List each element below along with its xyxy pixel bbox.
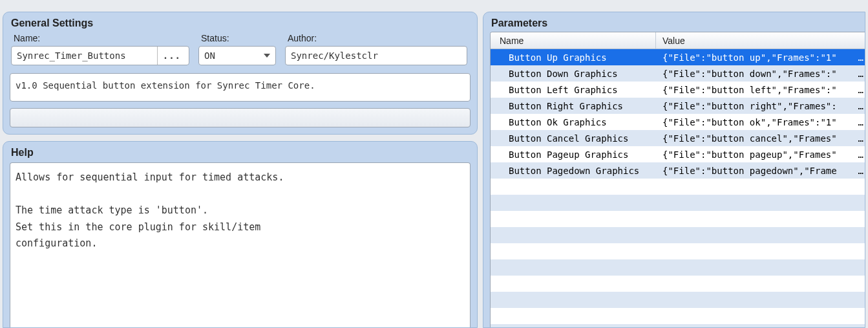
param-name: Button Cancel Graphics <box>491 133 656 144</box>
status-select[interactable]: ON <box>198 46 276 65</box>
general-settings-panel: General Settings Name: Synrec_Timer_Butt… <box>3 12 478 135</box>
param-value: {"File":"button_pageup","Frames"… <box>656 149 865 160</box>
table-header: Name Value <box>491 32 865 49</box>
status-value: ON <box>204 50 215 61</box>
ellipsis-icon: … <box>858 133 863 144</box>
author-input[interactable]: Synrec/Kylestclr <box>285 46 467 65</box>
table-row[interactable]: Button Cancel Graphics{"File":"button_ca… <box>491 130 865 146</box>
extra-field[interactable] <box>10 108 471 127</box>
param-value: {"File":"button_cancel","Frames"… <box>656 133 865 144</box>
description-text: v1.0 Sequential button extension for Syn… <box>16 80 315 91</box>
table-row-empty <box>491 211 865 227</box>
table-row-empty <box>491 243 865 259</box>
param-name: Button Down Graphics <box>491 69 656 79</box>
table-row-empty <box>491 276 865 292</box>
table-row[interactable]: Button Left Graphics{"File":"button_left… <box>491 82 865 98</box>
param-value: {"File":"button_pagedown","Frame… <box>656 166 865 176</box>
general-settings-title: General Settings <box>10 15 471 33</box>
table-row-empty <box>491 308 865 324</box>
ellipsis-icon: … <box>858 85 863 95</box>
param-value: {"File":"button_up","Frames":"1"… <box>656 52 865 63</box>
ellipsis-icon: … <box>858 101 863 111</box>
name-input-value: Synrec_Timer_Buttons <box>17 50 126 61</box>
description-box[interactable]: v1.0 Sequential button extension for Syn… <box>10 73 471 102</box>
table-row-empty <box>491 324 865 327</box>
param-name: Button Ok Graphics <box>491 117 656 127</box>
ellipsis-icon: … <box>858 52 863 63</box>
param-value: {"File":"button_down","Frames":"… <box>656 69 865 79</box>
help-panel: Help Allows for sequential input for tim… <box>3 141 478 328</box>
table-row[interactable]: Button Up Graphics{"File":"button_up","F… <box>491 49 865 65</box>
name-label: Name: <box>11 33 189 46</box>
ellipsis-icon: … <box>858 149 863 160</box>
status-label: Status: <box>198 33 276 46</box>
name-more-button[interactable]: ... <box>157 47 184 65</box>
table-row-empty <box>491 292 865 308</box>
table-row[interactable]: Button Ok Graphics{"File":"button_ok","F… <box>491 114 865 130</box>
chevron-down-icon <box>264 54 270 58</box>
ellipsis-icon: … <box>858 117 863 127</box>
param-value: {"File":"button_ok","Frames":"1"… <box>656 117 865 127</box>
table-row[interactable]: Button Pageup Graphics{"File":"button_pa… <box>491 146 865 162</box>
table-row[interactable]: Button Down Graphics{"File":"button_down… <box>491 65 865 82</box>
help-title: Help <box>10 144 471 162</box>
table-row-empty <box>491 179 865 195</box>
param-name: Button Up Graphics <box>491 52 656 63</box>
table-row-empty <box>491 195 865 211</box>
author-label: Author: <box>285 33 467 46</box>
param-name: Button Left Graphics <box>491 85 656 95</box>
ellipsis-icon: … <box>858 69 863 79</box>
table-row-empty <box>491 259 865 276</box>
table-row[interactable]: Button Pagedown Graphics{"File":"button_… <box>491 162 865 179</box>
table-row[interactable]: Button Right Graphics{"File":"button_rig… <box>491 98 865 114</box>
parameters-title: Parameters <box>490 15 865 32</box>
param-name: Button Pagedown Graphics <box>491 166 656 176</box>
param-value: {"File":"button_left","Frames":"… <box>656 85 865 95</box>
table-row-empty <box>491 227 865 243</box>
parameters-panel: Parameters Name Value Button Up Graphics… <box>483 12 865 328</box>
author-value: Synrec/Kylestclr <box>291 50 378 61</box>
ellipsis-icon: … <box>858 166 863 176</box>
help-body[interactable]: Allows for sequential input for timed at… <box>10 162 471 327</box>
parameters-table[interactable]: Name Value Button Up Graphics{"File":"bu… <box>490 32 865 327</box>
param-name: Button Right Graphics <box>491 101 656 111</box>
param-value: {"File":"button_right","Frames":… <box>656 101 865 111</box>
column-header-value[interactable]: Value <box>656 36 865 46</box>
column-header-name[interactable]: Name <box>491 32 656 49</box>
param-name: Button Pageup Graphics <box>491 149 656 160</box>
name-input[interactable]: Synrec_Timer_Buttons ... <box>11 46 189 65</box>
